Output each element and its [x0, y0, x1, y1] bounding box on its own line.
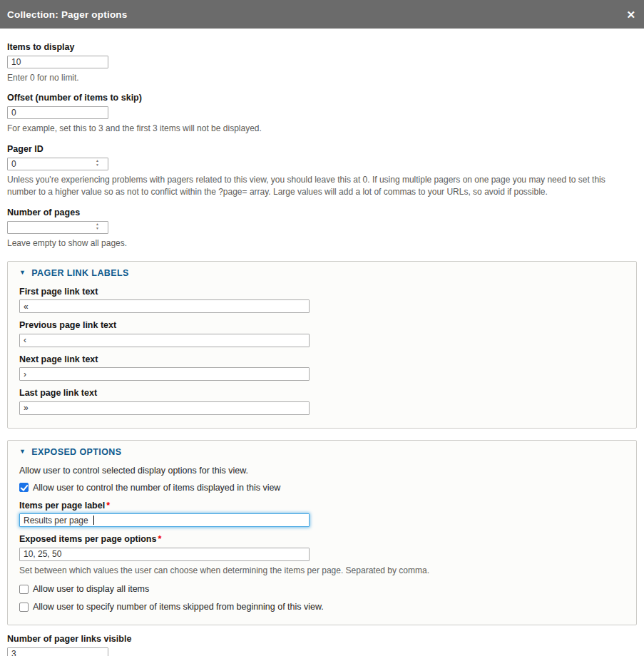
items-to-display-description: Enter 0 for no limit. — [7, 72, 631, 84]
display-all-checkbox[interactable] — [19, 585, 29, 594]
previous-page-link-label: Previous page link text — [19, 320, 625, 330]
exposed-items-options-description: Set between which values the user can ch… — [19, 565, 625, 577]
collapse-arrow-icon: ▼ — [19, 270, 26, 276]
display-all-checkbox-label: Allow user to display all items — [33, 584, 149, 594]
offset-input[interactable] — [7, 106, 108, 119]
number-of-pages-input[interactable] — [7, 221, 108, 234]
first-page-link-input[interactable] — [19, 299, 310, 313]
pager-id-field: Pager ID ▲▼ Unless you're experiencing p… — [7, 144, 637, 199]
next-page-link-input[interactable] — [19, 367, 310, 381]
pager-link-labels-fieldset: ▼ PAGER LINK LABELS First page link text… — [7, 261, 637, 429]
last-page-link-label: Last page link text — [19, 388, 625, 398]
required-marker: * — [158, 534, 161, 544]
items-per-page-label-input[interactable] — [19, 513, 310, 527]
number-of-pages-description: Leave empty to show all pages. — [7, 237, 631, 250]
modal-title: Collection: Pager options — [7, 9, 128, 20]
modal-header: Collection: Pager options ✕ — [0, 0, 644, 29]
number-of-pages-label: Number of pages — [7, 207, 637, 217]
legend-text: PAGER LINK LABELS — [31, 268, 128, 278]
first-page-link-label: First page link text — [19, 287, 625, 297]
offset-description: For example, set this to 3 and the first… — [7, 123, 631, 135]
required-marker: * — [106, 501, 110, 511]
control-items-checkbox[interactable] — [19, 483, 29, 492]
skip-items-checkbox-row: Allow user to specify number of items sk… — [19, 602, 625, 612]
collapse-arrow-icon: ▼ — [19, 449, 26, 455]
last-page-link-input[interactable] — [19, 401, 310, 415]
previous-page-link-field: Previous page link text — [19, 320, 625, 347]
items-to-display-field: Items to display Enter 0 for no limit. — [7, 42, 637, 84]
items-per-page-label-field: Items per page label* — [19, 501, 625, 528]
first-page-link-field: First page link text — [19, 287, 625, 314]
exposed-options-intro: Allow user to control selected display o… — [19, 466, 625, 476]
previous-page-link-input[interactable] — [19, 334, 310, 347]
text-cursor — [93, 516, 94, 525]
control-items-checkbox-row: Allow user to control the number of item… — [19, 483, 625, 493]
pager-options-form: Items to display Enter 0 for no limit. O… — [0, 29, 644, 656]
pager-links-visible-label: Number of pager links visible — [7, 634, 637, 644]
last-page-link-field: Last page link text — [19, 388, 625, 415]
next-page-link-label: Next page link text — [19, 354, 625, 364]
pager-link-labels-legend[interactable]: ▼ PAGER LINK LABELS — [19, 268, 625, 278]
control-items-checkbox-label: Allow user to control the number of item… — [33, 483, 280, 493]
offset-label: Offset (number of items to skip) — [7, 93, 637, 103]
exposed-items-options-label: Exposed items per page options* — [19, 534, 625, 544]
pager-id-description: Unless you're experiencing problems with… — [7, 174, 631, 199]
skip-items-checkbox[interactable] — [19, 603, 29, 612]
next-page-link-field: Next page link text — [19, 354, 625, 381]
exposed-items-options-field: Exposed items per page options* Set betw… — [19, 534, 625, 577]
number-of-pages-field: Number of pages ▲▼ Leave empty to show a… — [7, 207, 637, 250]
offset-field: Offset (number of items to skip) For exa… — [7, 93, 637, 135]
exposed-options-fieldset: ▼ EXPOSED OPTIONS Allow user to control … — [7, 440, 637, 625]
pager-links-visible-input[interactable] — [7, 647, 108, 656]
pager-id-label: Pager ID — [7, 144, 637, 154]
display-all-checkbox-row: Allow user to display all items — [19, 584, 625, 594]
items-per-page-label-label: Items per page label* — [19, 501, 625, 511]
exposed-items-options-input[interactable] — [19, 548, 310, 561]
items-to-display-label: Items to display — [7, 42, 637, 52]
close-icon[interactable]: ✕ — [626, 9, 635, 20]
pager-links-visible-field: Number of pager links visible Specify th… — [7, 634, 637, 656]
pager-id-input[interactable] — [7, 158, 108, 170]
legend-text: EXPOSED OPTIONS — [31, 447, 121, 457]
number-spinner-icon[interactable]: ▲▼ — [96, 159, 99, 167]
skip-items-checkbox-label: Allow user to specify number of items sk… — [33, 602, 324, 612]
items-to-display-input[interactable] — [7, 56, 108, 68]
number-spinner-icon[interactable]: ▲▼ — [96, 222, 99, 230]
exposed-options-legend[interactable]: ▼ EXPOSED OPTIONS — [19, 447, 625, 457]
